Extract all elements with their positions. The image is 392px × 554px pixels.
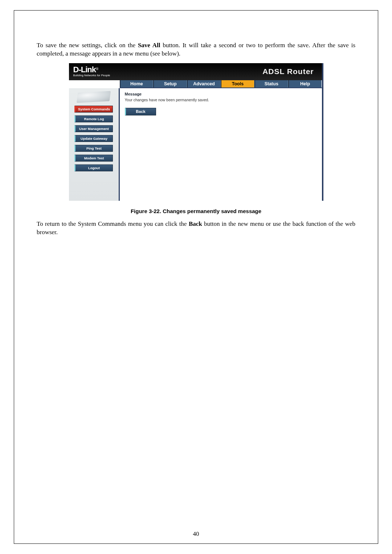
tab-home[interactable]: Home bbox=[120, 80, 154, 87]
figure-caption: Figure 3-22. Changes permanently saved m… bbox=[37, 208, 355, 214]
router-screenshot: D-Link® Building Networks for People ADS… bbox=[69, 63, 323, 201]
page-number: 40 bbox=[14, 530, 378, 538]
brand-name: D-Link bbox=[73, 65, 96, 74]
router-title: ADSL Router bbox=[262, 67, 314, 76]
message-text: Your changes have now been permanently s… bbox=[125, 98, 317, 102]
outro-bold: Back bbox=[189, 220, 202, 227]
brand-tagline: Building Networks for People bbox=[73, 74, 110, 77]
tab-help[interactable]: Help bbox=[288, 80, 322, 87]
sidebar-item-ping-test[interactable]: Ping Test bbox=[74, 145, 113, 152]
sidebar-item-update-gateway[interactable]: Update Gateway bbox=[74, 135, 113, 142]
brand-logo: D-Link® Building Networks for People bbox=[73, 66, 110, 77]
tab-tools[interactable]: Tools bbox=[221, 80, 254, 87]
outro-paragraph: To return to the System Commands menu yo… bbox=[37, 220, 355, 237]
outro-pre: To return to the System Commands menu yo… bbox=[37, 220, 189, 227]
page-content: To save the new settings, click on the S… bbox=[37, 41, 355, 237]
top-nav-tabs: Home Setup Advanced Tools Status Help bbox=[120, 80, 322, 88]
registered-icon: ® bbox=[96, 67, 99, 71]
tab-advanced[interactable]: Advanced bbox=[187, 80, 221, 87]
sidebar-item-logout[interactable]: Logout bbox=[74, 164, 113, 171]
sidebar-item-remote-log[interactable]: Remote Log bbox=[74, 115, 113, 122]
page-frame: To save the new settings, click on the S… bbox=[14, 10, 378, 544]
message-heading: Message bbox=[125, 92, 317, 96]
sidebar-item-system-commands[interactable]: System Commands bbox=[74, 106, 113, 113]
main-panel: Message Your changes have now been perma… bbox=[120, 88, 322, 201]
back-button[interactable]: Back bbox=[125, 108, 156, 115]
intro-paragraph: To save the new settings, click on the S… bbox=[37, 41, 355, 58]
sidebar-item-user-management[interactable]: User Management bbox=[74, 125, 113, 132]
router-body: System Commands Remote Log User Manageme… bbox=[69, 88, 322, 201]
device-image-icon bbox=[77, 91, 111, 103]
tab-setup[interactable]: Setup bbox=[153, 80, 187, 87]
tab-status[interactable]: Status bbox=[254, 80, 288, 87]
intro-bold: Save All bbox=[138, 42, 160, 49]
intro-pre: To save the new settings, click on the bbox=[37, 42, 138, 49]
sidebar-item-modem-test[interactable]: Modem Test bbox=[74, 155, 113, 162]
sidebar: System Commands Remote Log User Manageme… bbox=[69, 88, 120, 201]
router-header: D-Link® Building Networks for People ADS… bbox=[69, 63, 322, 80]
